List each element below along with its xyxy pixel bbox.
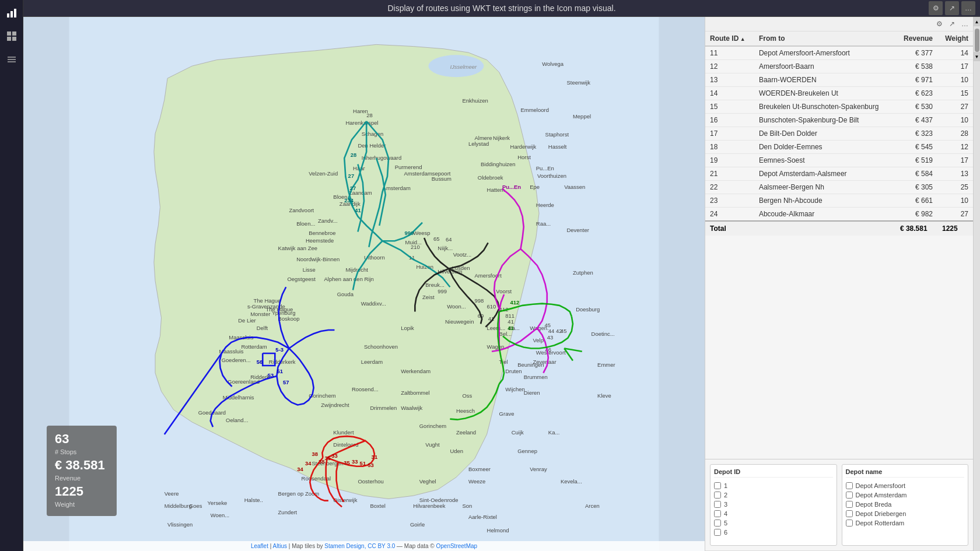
table-row[interactable]: 15 Breukelen Ut-Bunschoten-Spakenburg € … xyxy=(705,100,973,114)
cell-route-id: 16 xyxy=(705,114,754,127)
table-row[interactable]: 13 Baarn-WOERDEN € 971 10 xyxy=(705,73,973,87)
svg-text:998: 998 xyxy=(475,297,484,304)
depot-id-checkbox[interactable] xyxy=(714,492,721,499)
depot-name-filter-item[interactable]: Depot Breda xyxy=(846,500,965,509)
filter-button[interactable]: ⚙ xyxy=(929,1,943,15)
cell-weight: 14 xyxy=(937,46,973,60)
sidebar xyxy=(0,0,23,551)
table-row[interactable]: 14 WOERDEN-Breukelen Ut € 623 15 xyxy=(705,87,973,100)
leaflet-link[interactable]: Leaflet xyxy=(251,543,268,549)
depot-id-filter-item[interactable]: 4 xyxy=(714,509,833,518)
svg-text:Druten: Druten xyxy=(505,368,522,374)
svg-text:Hilvarenbeek: Hilvarenbeek xyxy=(413,503,446,509)
svg-text:33: 33 xyxy=(352,458,358,465)
table-row[interactable]: 23 Bergen Nh-Abcoude € 661 10 xyxy=(705,194,973,208)
depot-name-filter-item[interactable]: Depot Driebergen xyxy=(846,509,965,518)
depot-id-checkbox[interactable] xyxy=(714,501,721,508)
cell-weight: 10 xyxy=(937,73,973,87)
cell-revenue: € 530 xyxy=(895,100,937,114)
table-export-button[interactable]: ↗ xyxy=(946,18,958,30)
table-row[interactable]: 12 Amersfoort-Baarn € 538 17 xyxy=(705,60,973,73)
svg-text:Boxtel: Boxtel xyxy=(370,503,386,509)
svg-text:Waddixv...: Waddixv... xyxy=(361,300,386,307)
depot-name-filter-item[interactable]: Depot Amsterdam xyxy=(846,490,965,500)
svg-text:Roosend...: Roosend... xyxy=(352,386,379,392)
svg-rect-1 xyxy=(10,11,13,17)
svg-text:Alphen aan den Rijn: Alphen aan den Rijn xyxy=(324,276,374,282)
cell-from-to: Den Dolder-Eemnes xyxy=(754,141,895,154)
right-scrollbar[interactable]: ▲ ▼ xyxy=(973,17,980,551)
osm-link[interactable]: OpenStreetMap xyxy=(436,543,477,549)
depot-id-filter-item[interactable]: 3 xyxy=(714,500,833,509)
col-revenue: Revenue xyxy=(895,31,937,46)
depot-id-checkbox[interactable] xyxy=(714,520,721,527)
svg-text:5-3: 5-3 xyxy=(275,346,284,353)
pipe1: | xyxy=(268,543,273,549)
table-row[interactable]: 11 Depot Amersfoort-Amersfoort € 377 14 xyxy=(705,46,973,60)
svg-text:Waalwijk: Waalwijk xyxy=(401,405,422,411)
total-weight: 1225 xyxy=(937,221,973,236)
depot-id-filter-item[interactable]: 1 xyxy=(714,481,833,490)
depot-id-filter: Depot ID 1 2 3 4 5 6 xyxy=(710,464,837,546)
depot-id-checkbox[interactable] xyxy=(714,529,721,536)
depot-name-filter-item[interactable]: Depot Rotterdam xyxy=(846,518,965,528)
scroll-down-button[interactable]: ▼ xyxy=(974,52,980,61)
table-row[interactable]: 16 Bunschoten-Spakenburg-De Bilt € 437 1… xyxy=(705,114,973,127)
cell-revenue: € 323 xyxy=(895,127,937,141)
svg-text:27: 27 xyxy=(350,185,356,191)
stamen-link[interactable]: Stamen Design, CC BY 3.0 xyxy=(324,543,395,549)
cell-route-id: 12 xyxy=(705,60,754,73)
depot-name-checkbox[interactable] xyxy=(846,501,853,508)
svg-text:Venray: Venray xyxy=(530,466,547,472)
sidebar-chart-icon[interactable] xyxy=(4,5,20,21)
scroll-thumb[interactable] xyxy=(975,29,979,52)
svg-text:Inherhugowaard: Inherhugowaard xyxy=(362,155,401,161)
depot-id-checkbox[interactable] xyxy=(714,510,721,517)
svg-text:Zaltbommel: Zaltbommel xyxy=(401,389,429,396)
table-more-button[interactable]: … xyxy=(959,18,971,30)
depot-id-items: 1 2 3 4 5 6 xyxy=(714,481,833,537)
depot-id-filter-item[interactable]: 5 xyxy=(714,518,833,528)
content-row: IJsselmeer Wolvega Steenwijk Meppel Heer… xyxy=(23,17,980,551)
svg-rect-6 xyxy=(12,37,16,41)
depot-id-checkbox[interactable] xyxy=(714,482,721,489)
svg-text:Weesp: Weesp xyxy=(413,230,430,236)
svg-text:Bloen...: Bloen... xyxy=(296,220,315,227)
table-row[interactable]: 18 Den Dolder-Eemnes € 545 12 xyxy=(705,141,973,154)
sidebar-layers-icon[interactable] xyxy=(4,51,20,68)
map-container[interactable]: IJsselmeer Wolvega Steenwijk Meppel Heer… xyxy=(23,17,705,551)
depot-name-checkbox[interactable] xyxy=(846,482,853,489)
svg-rect-0 xyxy=(7,13,9,17)
depot-id-filter-item[interactable]: 6 xyxy=(714,528,833,537)
table-row[interactable]: 24 Abcoude-Alkmaar € 982 27 xyxy=(705,208,973,222)
depot-name-checkbox[interactable] xyxy=(846,510,853,517)
svg-rect-3 xyxy=(7,31,11,36)
svg-text:Tiel: Tiel xyxy=(499,359,508,365)
table-row[interactable]: 19 Eemnes-Soest € 519 17 xyxy=(705,154,973,167)
scroll-up-button[interactable]: ▲ xyxy=(974,17,980,26)
depot-id-filter-item[interactable]: 2 xyxy=(714,490,833,500)
svg-text:34: 34 xyxy=(297,466,303,472)
table-row[interactable]: 17 De Bilt-Den Dolder € 323 28 xyxy=(705,127,973,141)
tooltip-weight-value: 1225 xyxy=(55,484,108,499)
table-container[interactable]: Route ID From to Revenue Weight 11 Depot… xyxy=(705,31,973,459)
svg-text:Leerdam: Leerdam xyxy=(361,359,383,365)
altius-link[interactable]: Altius xyxy=(273,543,287,549)
depot-name-checkbox[interactable] xyxy=(846,520,853,527)
depot-name-filter-item[interactable]: Depot Amersfoort xyxy=(846,481,965,490)
table-filter-button[interactable]: ⚙ xyxy=(933,18,945,30)
export-button[interactable]: ↗ xyxy=(945,1,959,15)
depot-name-checkbox[interactable] xyxy=(846,492,853,499)
cell-from-to: Aalsmeer-Bergen Nh xyxy=(754,181,895,194)
table-row[interactable]: 21 Depot Amsterdam-Aalsmeer € 584 13 xyxy=(705,167,973,181)
cell-weight: 12 xyxy=(937,141,973,154)
svg-text:811: 811 xyxy=(505,313,514,319)
depot-id-label: 5 xyxy=(724,520,727,527)
table-row[interactable]: 22 Aalsmeer-Bergen Nh € 305 25 xyxy=(705,181,973,194)
cell-route-id: 19 xyxy=(705,154,754,167)
more-button[interactable]: … xyxy=(961,1,975,15)
svg-text:Bel...: Bel... xyxy=(499,331,512,337)
svg-text:Heesch: Heesch xyxy=(456,408,475,414)
sidebar-grid-icon[interactable] xyxy=(4,28,20,44)
svg-text:Voorst: Voorst xyxy=(496,288,512,294)
